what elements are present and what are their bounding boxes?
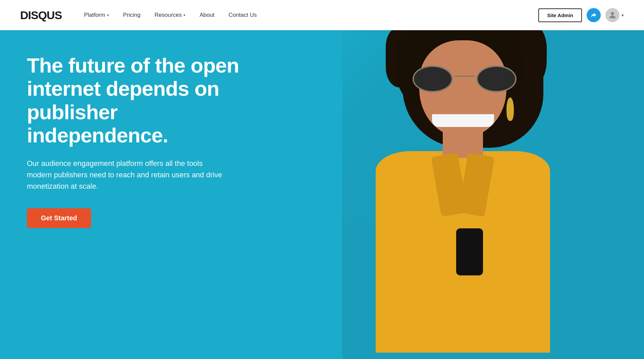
- platform-chevron-icon: ▾: [107, 13, 109, 17]
- nav-about[interactable]: About: [194, 9, 220, 21]
- nav-right: Site Admin ▾: [538, 8, 624, 22]
- share-icon: [590, 12, 597, 18]
- svg-point-0: [611, 12, 614, 15]
- nav-pricing[interactable]: Pricing: [118, 9, 146, 21]
- nav-resources[interactable]: Resources ▾: [149, 9, 191, 21]
- nav-contact[interactable]: Contact Us: [223, 9, 262, 21]
- logo[interactable]: DISQUS: [20, 9, 62, 22]
- teeth: [432, 114, 494, 127]
- avatar-icon: [608, 10, 617, 20]
- nav-links: Platform ▾ Pricing Resources ▾ About Con…: [78, 9, 538, 21]
- get-started-button[interactable]: Get Started: [27, 208, 91, 228]
- navbar: DISQUS Platform ▾ Pricing Resources ▾ Ab…: [0, 0, 644, 30]
- sunglasses: [409, 65, 520, 96]
- hero-section: The future of the open internet depends …: [0, 0, 644, 359]
- resources-chevron-icon: ▾: [183, 13, 185, 17]
- nav-platform-label: Platform: [84, 12, 105, 18]
- phone: [456, 228, 483, 275]
- hero-title: The future of the open internet depends …: [27, 54, 262, 147]
- nav-resources-label: Resources: [155, 12, 182, 18]
- nav-pricing-label: Pricing: [123, 12, 141, 18]
- hero-subtitle: Our audience engagement platform offers …: [27, 158, 225, 192]
- nav-about-label: About: [200, 12, 214, 18]
- hero-image: [342, 0, 644, 359]
- user-dropdown-arrow[interactable]: ▾: [622, 13, 624, 18]
- earring: [506, 97, 514, 121]
- hero-content: The future of the open internet depends …: [27, 54, 262, 228]
- site-admin-button[interactable]: Site Admin: [538, 8, 582, 22]
- user-avatar[interactable]: [605, 8, 620, 22]
- share-button[interactable]: [587, 8, 601, 22]
- nav-platform[interactable]: Platform ▾: [78, 9, 114, 21]
- nav-contact-label: Contact Us: [228, 12, 257, 18]
